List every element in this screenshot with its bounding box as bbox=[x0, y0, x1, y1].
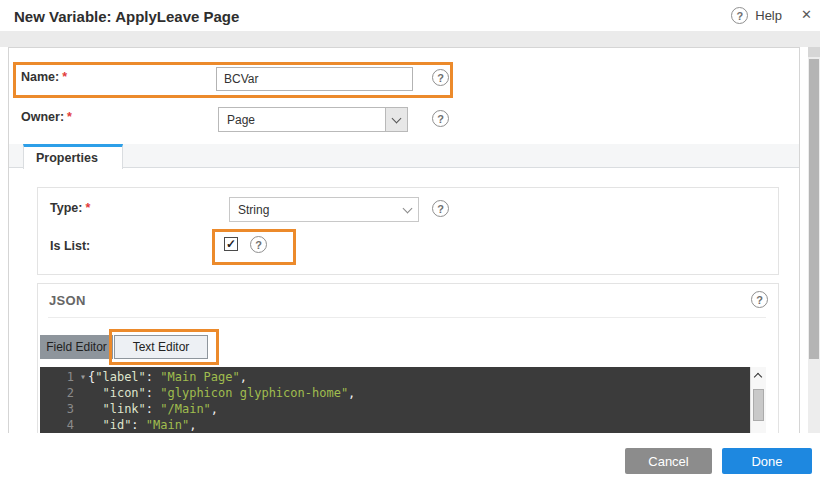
fold-arrow-icon[interactable]: ▾ bbox=[80, 369, 86, 385]
form-panel: Name:* ? Owner:* Page ? Properties Type:… bbox=[8, 47, 800, 433]
editor-scrollbar[interactable] bbox=[750, 367, 766, 433]
type-select[interactable]: String bbox=[229, 197, 419, 222]
scroll-up-icon[interactable] bbox=[754, 373, 762, 381]
checkmark-icon: ✓ bbox=[226, 238, 236, 250]
type-help-icon[interactable]: ? bbox=[432, 200, 449, 217]
text-editor-button[interactable]: Text Editor bbox=[114, 335, 208, 359]
help-icon[interactable]: ? bbox=[731, 7, 748, 24]
tab-properties[interactable]: Properties bbox=[23, 144, 123, 169]
editor-line: 3 "link": "/Main", bbox=[40, 401, 750, 417]
type-label: Type:* bbox=[50, 201, 90, 215]
owner-dropdown-button[interactable] bbox=[385, 108, 407, 131]
json-help-icon[interactable]: ? bbox=[751, 291, 768, 308]
is-list-label: Is List: bbox=[50, 239, 90, 253]
done-button[interactable]: Done bbox=[722, 448, 812, 474]
dialog-body: Name:* ? Owner:* Page ? Properties Type:… bbox=[0, 47, 820, 433]
help-link[interactable]: Help bbox=[755, 8, 782, 23]
type-group-box: Type:* String ? Is List: ✓ ? bbox=[37, 187, 779, 275]
editor-lines: 1▾{"label": "Main Page",2 "icon": "glyph… bbox=[40, 369, 750, 433]
owner-label: Owner:* bbox=[21, 110, 72, 124]
dialog-scrollbar-thumb[interactable] bbox=[809, 59, 819, 359]
json-divider bbox=[48, 317, 766, 318]
new-variable-dialog: New Variable: ApplyLeave Page ? Help ✕ N… bbox=[0, 0, 820, 489]
header-divider-band bbox=[0, 31, 820, 47]
name-label: Name:* bbox=[21, 70, 67, 84]
cancel-button[interactable]: Cancel bbox=[625, 448, 712, 474]
owner-help-icon[interactable]: ? bbox=[432, 110, 449, 127]
editor-line: 1▾{"label": "Main Page", bbox=[40, 369, 750, 385]
editor-scrollbar-thumb[interactable] bbox=[753, 389, 764, 421]
field-editor-button[interactable]: Field Editor bbox=[40, 335, 113, 359]
json-section-title: JSON bbox=[49, 293, 86, 308]
type-selected-value: String bbox=[230, 203, 396, 217]
scrollbar-top-cap[interactable] bbox=[808, 47, 820, 57]
required-asterisk: * bbox=[85, 201, 90, 215]
chevron-down-icon bbox=[402, 203, 412, 213]
owner-select[interactable]: Page bbox=[218, 107, 408, 132]
dialog-scrollbar[interactable] bbox=[808, 47, 820, 433]
editor-line: 4 "id": "Main", bbox=[40, 417, 750, 433]
name-input[interactable] bbox=[216, 67, 413, 91]
json-code-editor[interactable]: 1▾{"label": "Main Page",2 "icon": "glyph… bbox=[40, 367, 766, 433]
close-icon[interactable]: ✕ bbox=[801, 7, 812, 22]
owner-selected-value: Page bbox=[219, 113, 385, 127]
is-list-checkbox[interactable]: ✓ bbox=[224, 237, 238, 251]
required-asterisk: * bbox=[62, 70, 67, 84]
dialog-header: New Variable: ApplyLeave Page ? Help ✕ bbox=[0, 0, 820, 31]
is-list-help-icon[interactable]: ? bbox=[250, 236, 267, 253]
page-title: New Variable: ApplyLeave Page bbox=[14, 8, 239, 25]
tab-strip bbox=[9, 144, 799, 168]
json-group-box: JSON ? Field Editor Text Editor 1▾{"labe… bbox=[37, 283, 779, 433]
required-asterisk: * bbox=[67, 110, 72, 124]
name-help-icon[interactable]: ? bbox=[432, 69, 449, 86]
chevron-down-icon bbox=[392, 113, 402, 123]
editor-line: 2 "icon": "glyphicon glyphicon-home", bbox=[40, 385, 750, 401]
